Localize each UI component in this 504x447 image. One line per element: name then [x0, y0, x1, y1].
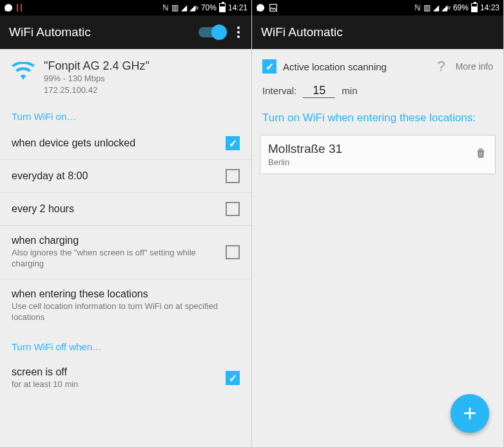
whatsapp-icon [256, 3, 265, 12]
location-city: Berlin [268, 157, 342, 167]
wifi-speed: 99% - 130 Mbps [44, 73, 150, 84]
row-desc: Use cell location information to turn Wi… [12, 301, 240, 323]
master-toggle[interactable] [199, 27, 226, 37]
locations-section-header: Turn on WiFi when entering these locatio… [252, 107, 503, 135]
app-bar: WiFi Automatic [0, 15, 251, 49]
wifi-ssid: "Fonpit AG 2.4 GHz" [44, 59, 150, 73]
checkbox[interactable] [226, 136, 240, 150]
help-icon[interactable]: ? [437, 58, 445, 75]
row-screen-off[interactable]: screen is off for at least 10 min [0, 357, 251, 399]
wifi-status-block: "Fonpit AG 2.4 GHz" 99% - 130 Mbps 172.2… [0, 49, 251, 102]
row-label: when device gets unlocked [12, 137, 226, 149]
section-turn-off: Turn WiFi off when… [0, 332, 251, 357]
battery-percent: 69% [453, 3, 469, 12]
row-desc: for at least 10 min [12, 379, 226, 390]
interval-input[interactable]: 15 [303, 84, 335, 98]
battery-icon [219, 3, 226, 12]
row-label: every 2 hours [12, 203, 226, 215]
interval-unit: min [342, 85, 357, 96]
svg-rect-0 [270, 5, 277, 12]
signal-r-icon: ◢R [189, 3, 199, 12]
wifi-icon [12, 62, 35, 80]
phone-left: ℕ ▥ ◢ ◢R 70% 14:21 WiFi Automatic "Fonpi… [0, 0, 252, 447]
nfc-icon: ℕ [162, 3, 169, 12]
row-label: everyday at 8:00 [12, 170, 226, 182]
interval-label: Interval: [262, 85, 296, 96]
wifi-ip: 172.25.100.42 [44, 84, 150, 96]
row-charging[interactable]: when charging Also ignores the "when scr… [0, 226, 251, 279]
overflow-menu-icon[interactable] [235, 24, 242, 41]
signal-icon: ◢ [433, 3, 439, 12]
signal-r-icon: ◢R [441, 3, 451, 12]
checkbox[interactable] [226, 371, 240, 385]
add-location-fab[interactable]: + [451, 394, 489, 433]
content-area: "Fonpit AG 2.4 GHz" 99% - 130 Mbps 172.2… [0, 49, 251, 447]
checkbox[interactable] [226, 245, 240, 259]
clock: 14:23 [480, 3, 499, 12]
row-locations[interactable]: when entering these locations Use cell l… [0, 279, 251, 332]
row-unlocked[interactable]: when device gets unlocked [0, 127, 251, 160]
row-label: when charging [12, 235, 226, 246]
battery-percent: 70% [201, 3, 217, 12]
phone-right: ℕ ▥ ◢ ◢R 69% 14:23 WiFi Automatic Active… [252, 0, 504, 447]
active-scan-label: Active location scanning [283, 61, 387, 72]
active-scan-row[interactable]: Active location scanning ? More info [252, 49, 503, 79]
whatsapp-icon [4, 3, 13, 12]
status-bar: ℕ ▥ ◢ ◢R 70% 14:21 [0, 0, 251, 15]
checkbox[interactable] [226, 202, 240, 216]
location-card[interactable]: Mollstraße 31 Berlin [260, 135, 496, 174]
checkbox[interactable] [262, 59, 276, 74]
nfc-icon: ℕ [414, 3, 421, 12]
battery-icon [471, 3, 478, 12]
vibrate-icon: ▥ [423, 3, 431, 12]
section-turn-on: Turn WiFi on… [0, 102, 251, 127]
vibrate-icon: ▥ [171, 3, 179, 12]
content-area: Active location scanning ? More info Int… [252, 49, 503, 447]
trash-icon[interactable] [474, 146, 487, 163]
signal-icon: ◢ [181, 3, 187, 12]
app-title: WiFi Automatic [9, 25, 199, 39]
row-everyday[interactable]: everyday at 8:00 [0, 160, 251, 193]
interval-row: Interval: 15 min [252, 79, 503, 107]
location-name: Mollstraße 31 [268, 142, 342, 156]
app-title: WiFi Automatic [261, 25, 494, 39]
checkbox[interactable] [226, 169, 240, 183]
row-every2h[interactable]: every 2 hours [0, 193, 251, 226]
more-info-link[interactable]: More info [456, 61, 493, 72]
row-label: screen is off [12, 366, 226, 378]
status-bar: ℕ ▥ ◢ ◢R 69% 14:23 [252, 0, 503, 15]
app-bar: WiFi Automatic [252, 15, 503, 49]
clock: 14:21 [228, 3, 247, 12]
image-icon [269, 3, 278, 12]
notification-bars-icon [17, 4, 22, 12]
row-desc: Also ignores the "when screen is off" se… [12, 248, 226, 270]
row-label: when entering these locations [12, 288, 240, 300]
